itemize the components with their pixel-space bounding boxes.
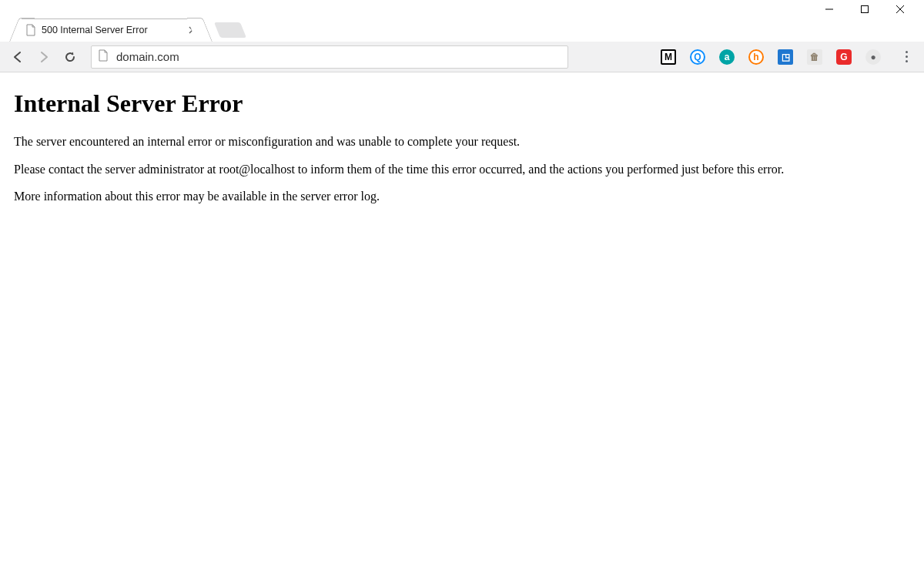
extension-ext-trash-icon[interactable]: 🗑 bbox=[807, 49, 822, 65]
extension-ext-rec-icon[interactable]: ● bbox=[865, 49, 881, 65]
window-maximize-button[interactable] bbox=[847, 0, 882, 18]
error-paragraph: The server encountered an internal error… bbox=[14, 133, 907, 150]
extension-ext-g-red-icon[interactable]: G bbox=[836, 49, 852, 65]
extensions-strip: MQah◳🗑G● bbox=[661, 49, 884, 65]
window-close-button[interactable] bbox=[882, 0, 918, 18]
kebab-dot-icon bbox=[906, 55, 908, 58]
new-tab-button[interactable] bbox=[214, 22, 246, 38]
kebab-dot-icon bbox=[906, 51, 908, 53]
browser-menu-button[interactable] bbox=[895, 45, 918, 69]
error-paragraph: More information about this error may be… bbox=[14, 188, 907, 205]
kebab-dot-icon bbox=[906, 60, 908, 62]
window-minimize-button[interactable] bbox=[812, 0, 847, 18]
tab-strip: 500 Internal Server Error bbox=[0, 18, 924, 42]
tab-active[interactable]: 500 Internal Server Error bbox=[18, 18, 203, 42]
reload-button[interactable] bbox=[59, 45, 82, 69]
svg-line-5 bbox=[189, 27, 196, 33]
forward-button[interactable] bbox=[32, 45, 55, 69]
error-paragraph: Please contact the server administrator … bbox=[14, 161, 907, 178]
browser-toolbar: domain.com MQah◳🗑G● bbox=[0, 42, 924, 72]
page-file-icon bbox=[98, 49, 109, 65]
window-caption-bar bbox=[0, 0, 924, 18]
extension-ext-a-teal-icon[interactable]: a bbox=[719, 49, 735, 65]
extension-ext-q-blue-icon[interactable]: Q bbox=[690, 49, 705, 65]
error-heading: Internal Server Error bbox=[14, 89, 910, 118]
tab-title: 500 Internal Server Error bbox=[42, 25, 148, 35]
address-bar-url: domain.com bbox=[116, 50, 179, 63]
page-content: Internal Server Error The server encount… bbox=[0, 72, 924, 223]
browser-window: 500 Internal Server Error bbox=[0, 0, 924, 578]
back-button[interactable] bbox=[6, 45, 29, 69]
extension-ext-m-icon[interactable]: M bbox=[661, 49, 676, 65]
tab-close-button[interactable] bbox=[186, 24, 199, 36]
address-bar[interactable]: domain.com bbox=[91, 45, 568, 69]
extension-ext-h-orange-icon[interactable]: h bbox=[748, 49, 764, 65]
svg-rect-1 bbox=[862, 6, 869, 13]
page-file-icon bbox=[25, 24, 37, 36]
extension-ext-screenshot-icon[interactable]: ◳ bbox=[778, 49, 793, 65]
